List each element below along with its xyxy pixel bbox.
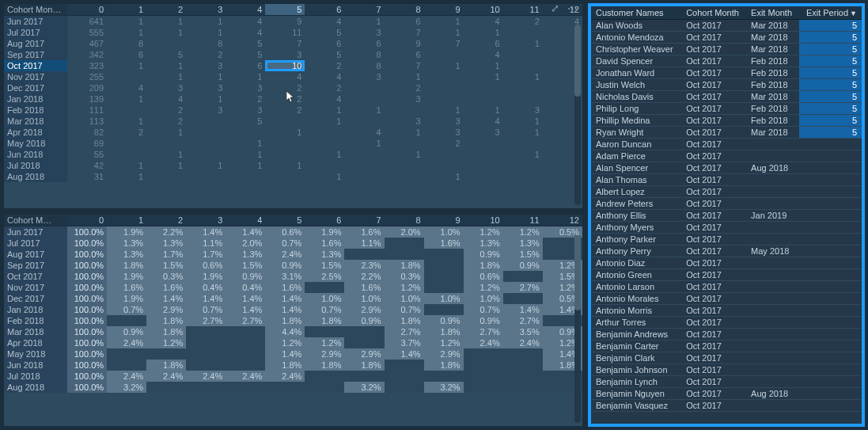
matrix-cell[interactable]: [424, 260, 464, 271]
more-options-icon[interactable]: ⋯: [567, 2, 578, 14]
table-row[interactable]: Philip LongOct 2017Feb 20185: [591, 103, 862, 115]
table-row[interactable]: Benjamin VasquezOct 2017: [591, 400, 862, 412]
matrix-cell[interactable]: 1.4%: [385, 348, 424, 360]
matrix-cell[interactable]: [107, 315, 146, 326]
matrix-cell[interactable]: 55: [67, 149, 107, 160]
matrix-cell[interactable]: 1: [226, 138, 265, 149]
table-row[interactable]: Nicholas DavisOct 2017Mar 20185: [591, 91, 862, 103]
row-label[interactable]: May 2018: [4, 138, 67, 149]
matrix-cell[interactable]: [464, 138, 503, 149]
matrix-cell[interactable]: 100.0%: [67, 249, 107, 260]
matrix-cell[interactable]: 10: [265, 60, 305, 71]
column-header[interactable]: 11: [503, 215, 543, 226]
matrix-cell[interactable]: [424, 93, 464, 105]
matrix-cell[interactable]: 1.8%: [464, 260, 503, 271]
matrix-cell[interactable]: [186, 382, 226, 393]
matrix-cell[interactable]: [305, 138, 344, 149]
matrix-cell[interactable]: 1.3%: [305, 249, 344, 260]
matrix-cell[interactable]: 100.0%: [67, 304, 107, 315]
matrix-cell[interactable]: 1: [385, 127, 424, 138]
matrix-cell[interactable]: 3: [226, 105, 265, 116]
matrix-cell[interactable]: 1.8%: [305, 315, 344, 326]
matrix-cell[interactable]: [385, 360, 424, 371]
matrix-cell[interactable]: [464, 149, 503, 160]
matrix-cell[interactable]: 1: [146, 27, 186, 38]
matrix-cell[interactable]: [385, 382, 424, 393]
matrix-cell[interactable]: 2.7%: [503, 315, 543, 326]
matrix-cell[interactable]: 1.9%: [107, 271, 146, 282]
matrix-cell[interactable]: 2.9%: [305, 348, 344, 360]
matrix-cell[interactable]: 1: [503, 116, 543, 127]
matrix-cell[interactable]: 1.4%: [265, 293, 305, 304]
table-row[interactable]: Antonio MoralesOct 2017: [591, 293, 862, 305]
column-header[interactable]: 1: [107, 215, 146, 226]
matrix-cell[interactable]: 4: [464, 16, 503, 28]
matrix-cell[interactable]: 5: [305, 27, 344, 38]
matrix-cell[interactable]: 2: [265, 82, 305, 93]
column-header[interactable]: Customer Names: [591, 6, 681, 20]
row-label[interactable]: Jun 2017: [4, 16, 67, 28]
matrix-cell[interactable]: 641: [67, 16, 107, 28]
matrix-cell[interactable]: [503, 160, 543, 171]
matrix-cell[interactable]: 0.9%: [344, 315, 384, 326]
matrix-cell[interactable]: 1.8%: [424, 326, 464, 337]
matrix-cell[interactable]: 1.8%: [344, 360, 384, 371]
matrix-cell[interactable]: 0.6%: [265, 226, 305, 238]
matrix-cell[interactable]: 100.0%: [67, 371, 107, 382]
matrix-cell[interactable]: 4: [146, 93, 186, 105]
column-header[interactable]: Exit Period▼: [799, 6, 862, 20]
matrix-cell[interactable]: 3.2%: [344, 382, 384, 393]
column-header[interactable]: Cohort Month: [681, 6, 746, 20]
matrix-cell[interactable]: 4: [305, 16, 344, 28]
row-label[interactable]: Oct 2017: [4, 60, 67, 71]
matrix-cell[interactable]: 1: [503, 149, 543, 160]
row-label[interactable]: Jun 2017: [4, 226, 67, 238]
table-row[interactable]: Christopher WeaverOct 2017Mar 20185: [591, 44, 862, 55]
matrix-cell[interactable]: 1.4%: [186, 226, 226, 238]
matrix-cell[interactable]: [344, 337, 384, 348]
matrix-cell[interactable]: [226, 348, 265, 360]
matrix-cell[interactable]: [464, 360, 503, 371]
matrix-cell[interactable]: 3: [186, 60, 226, 71]
matrix-cell[interactable]: 2.4%: [265, 371, 305, 382]
matrix-cell[interactable]: 1.3%: [503, 238, 543, 249]
table-row[interactable]: Jonathan WardOct 2017Feb 20185: [591, 67, 862, 79]
matrix-cell[interactable]: [107, 71, 146, 82]
matrix-cell[interactable]: 1.6%: [344, 226, 384, 238]
matrix-cell[interactable]: 1.8%: [424, 360, 464, 371]
matrix-cell[interactable]: 1.9%: [305, 226, 344, 238]
matrix-cell[interactable]: [186, 337, 226, 348]
column-header[interactable]: 3: [186, 215, 226, 226]
scrollbar-thumb[interactable]: [574, 25, 581, 97]
matrix-cell[interactable]: 100.0%: [67, 382, 107, 393]
matrix-cell[interactable]: 1.7%: [186, 249, 226, 260]
matrix-cell[interactable]: [503, 293, 543, 304]
matrix-cell[interactable]: 1.2%: [503, 226, 543, 238]
matrix-cell[interactable]: 2: [503, 16, 543, 28]
matrix-cell[interactable]: 5: [146, 49, 186, 60]
matrix-cell[interactable]: [503, 49, 543, 60]
matrix-cell[interactable]: 6: [385, 16, 424, 28]
column-header[interactable]: 5: [265, 4, 305, 16]
matrix-cell[interactable]: 2: [107, 127, 146, 138]
row-label[interactable]: Jun 2018: [4, 360, 67, 371]
matrix-cell[interactable]: 42: [67, 160, 107, 171]
row-label[interactable]: Feb 2018: [4, 315, 67, 326]
column-header[interactable]: 9: [424, 4, 464, 16]
column-header[interactable]: 8: [385, 4, 424, 16]
row-header[interactable]: Cohort Mon…: [4, 4, 67, 16]
matrix-cell[interactable]: [305, 160, 344, 171]
matrix-cell[interactable]: [503, 382, 543, 393]
matrix-cell[interactable]: 6: [226, 60, 265, 71]
column-header[interactable]: 7: [344, 215, 384, 226]
table-row[interactable]: Antonio MorrisOct 2017: [591, 305, 862, 317]
matrix-cell[interactable]: [503, 371, 543, 382]
matrix-cell[interactable]: 1: [424, 171, 464, 182]
table-row[interactable]: Anthony PerryOct 2017May 2018: [591, 245, 862, 257]
matrix-cell[interactable]: 0.7%: [464, 304, 503, 315]
matrix-cell[interactable]: 1: [107, 60, 146, 71]
matrix-cell[interactable]: 4: [344, 127, 384, 138]
matrix-cell[interactable]: 82: [67, 127, 107, 138]
matrix-cell[interactable]: 1.8%: [385, 315, 424, 326]
matrix-cell[interactable]: [503, 93, 543, 105]
